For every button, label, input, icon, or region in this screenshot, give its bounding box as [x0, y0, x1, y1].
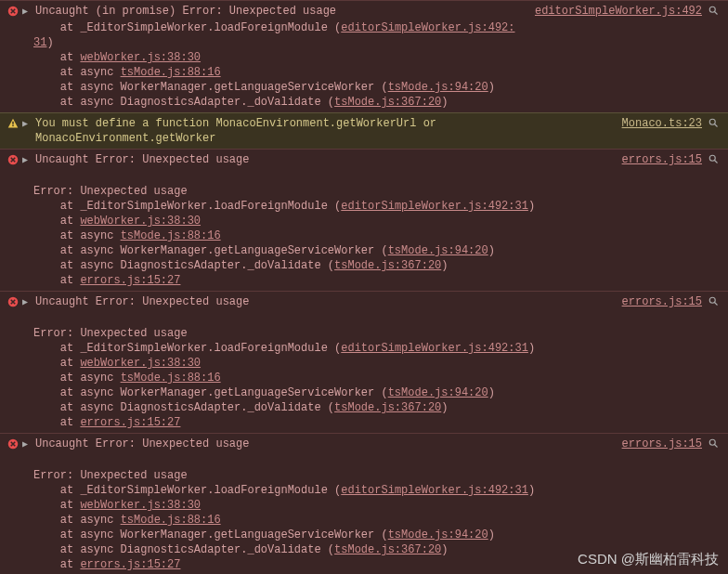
stack-frame: at async tsMode.js:88:16	[33, 371, 721, 385]
stack-frame: Error: Unexpected usage	[33, 184, 721, 199]
stack-frame: at webWorker.js:38:30	[33, 356, 721, 371]
message-text: You must define a function MonacoEnviron…	[35, 116, 618, 146]
search-icon[interactable]	[708, 153, 721, 169]
message-text: Uncaught (in promise) Error: Unexpected …	[35, 4, 531, 19]
error-icon	[7, 438, 19, 450]
stack-prefix: at async	[33, 372, 121, 385]
source-location: Monaco.ts:23	[622, 116, 704, 131]
stack-prefix: at async DiagnosticsAdapter._doValidate …	[33, 401, 334, 414]
stack-link[interactable]: tsMode.js:367:20	[334, 401, 441, 414]
stack-frame: at async WorkerManager.getLanguageServic…	[33, 385, 721, 400]
source-link[interactable]: editorSimpleWorker.js:492	[535, 5, 702, 18]
stack-link[interactable]: tsMode.js:88:16	[121, 372, 221, 385]
stack-suffix: )	[488, 386, 495, 399]
stack-frame: at _EditorSimpleWorker.loadForeignModule…	[33, 483, 721, 498]
stack-link[interactable]: webWorker.js:38:30	[80, 499, 201, 512]
error-icon	[7, 6, 19, 17]
stack-suffix: )	[488, 81, 495, 94]
stack-prefix: at async WorkerManager.getLanguageServic…	[33, 386, 388, 399]
warning-icon	[7, 118, 19, 129]
source-link[interactable]: errors.js:15	[622, 153, 702, 166]
expand-arrow-icon[interactable]: ▶	[22, 153, 32, 168]
entry-header: ▶Uncaught Error: Unexpected usageerrors.…	[7, 152, 721, 169]
stack-suffix: )	[441, 259, 448, 272]
stack-trace: Error: Unexpected usage at _EditorSimple…	[7, 184, 721, 288]
stack-frame: at async tsMode.js:88:16	[33, 65, 721, 80]
stack-link[interactable]: tsMode.js:88:16	[121, 514, 221, 527]
stack-suffix: )	[488, 528, 495, 541]
stack-link[interactable]: tsMode.js:94:20	[388, 528, 488, 541]
expand-arrow-icon[interactable]: ▶	[22, 437, 32, 452]
stack-frame: at errors.js:15:27	[33, 273, 721, 288]
stack-suffix: )	[528, 200, 535, 213]
stack-link[interactable]: tsMode.js:367:20	[334, 259, 441, 272]
stack-prefix: at _EditorSimpleWorker.loadForeignModule…	[33, 484, 341, 497]
stack-frame: at webWorker.js:38:30	[33, 214, 721, 228]
stack-prefix: at async WorkerManager.getLanguageServic…	[33, 81, 388, 94]
stack-frame: at _EditorSimpleWorker.loadForeignModule…	[33, 199, 721, 214]
stack-trace: Error: Unexpected usage at _EditorSimple…	[7, 468, 721, 572]
stack-link[interactable]: tsMode.js:94:20	[388, 244, 488, 257]
console-panel: ▶Uncaught (in promise) Error: Unexpected…	[0, 0, 728, 574]
stack-suffix: )	[528, 342, 535, 355]
source-link[interactable]: errors.js:15	[622, 295, 702, 308]
source-location: editorSimpleWorker.js:492	[535, 4, 704, 19]
entry-header: ▶You must define a function MonacoEnviro…	[7, 116, 721, 146]
stack-prefix: at async	[33, 514, 121, 527]
stack-link[interactable]: tsMode.js:367:20	[334, 543, 441, 556]
stack-trace: at _EditorSimpleWorker.loadForeignModule…	[7, 20, 721, 110]
stack-suffix: )	[441, 96, 448, 109]
search-icon[interactable]	[708, 437, 721, 453]
stack-link[interactable]: errors.js:15:27	[80, 274, 180, 287]
stack-suffix: )	[441, 401, 448, 414]
stack-link[interactable]: webWorker.js:38:30	[80, 51, 201, 64]
console-entry: ▶Uncaught (in promise) Error: Unexpected…	[0, 0, 728, 112]
stack-link[interactable]: editorSimpleWorker.js:492:31	[341, 342, 528, 355]
stack-link[interactable]: errors.js:15:27	[80, 416, 180, 429]
search-icon[interactable]	[708, 5, 721, 20]
stack-link[interactable]: editorSimpleWorker.js:492:31	[341, 484, 528, 497]
stack-suffix: )	[488, 244, 495, 257]
message-text: Uncaught Error: Unexpected usage	[35, 152, 618, 167]
source-link[interactable]: errors.js:15	[622, 437, 702, 450]
console-entry: ▶Uncaught Error: Unexpected usageerrors.…	[0, 149, 728, 291]
stack-prefix: at _EditorSimpleWorker.loadForeignModule…	[33, 21, 341, 34]
stack-prefix: at async WorkerManager.getLanguageServic…	[33, 528, 388, 541]
stack-frame: at async DiagnosticsAdapter._doValidate …	[33, 400, 721, 415]
expand-arrow-icon[interactable]: ▶	[22, 117, 32, 132]
stack-prefix: at	[33, 274, 80, 287]
stack-link[interactable]: tsMode.js:94:20	[388, 386, 488, 399]
stack-link[interactable]: tsMode.js:367:20	[334, 96, 441, 109]
stack-prefix: at async WorkerManager.getLanguageServic…	[33, 244, 388, 257]
stack-frame: at webWorker.js:38:30	[33, 498, 721, 513]
stack-prefix: at	[33, 51, 80, 64]
expand-arrow-icon[interactable]: ▶	[22, 5, 32, 20]
stack-link[interactable]: tsMode.js:94:20	[388, 81, 488, 94]
entry-header: ▶Uncaught Error: Unexpected usageerrors.…	[7, 437, 721, 453]
stack-link[interactable]: editorSimpleWorker.js:492:31	[341, 200, 528, 213]
error-icon	[7, 154, 19, 165]
search-icon[interactable]	[708, 295, 721, 311]
source-location: errors.js:15	[622, 294, 704, 309]
stack-link[interactable]: webWorker.js:38:30	[80, 357, 201, 370]
entry-header: ▶Uncaught (in promise) Error: Unexpected…	[7, 4, 721, 20]
stack-suffix: )	[528, 484, 535, 497]
search-icon[interactable]	[708, 117, 721, 133]
stack-link[interactable]: tsMode.js:88:16	[121, 229, 221, 242]
stack-link[interactable]: errors.js:15:27	[80, 558, 180, 571]
stack-frame: at async tsMode.js:88:16	[33, 228, 721, 243]
stack-prefix: at async	[33, 229, 121, 242]
stack-frame: at async WorkerManager.getLanguageServic…	[33, 528, 721, 542]
stack-suffix: )	[441, 543, 448, 556]
stack-prefix: at	[33, 499, 80, 512]
stack-frame: at async WorkerManager.getLanguageServic…	[33, 243, 721, 258]
stack-frame: at async WorkerManager.getLanguageServic…	[33, 80, 721, 95]
svg-point-6	[709, 155, 715, 161]
stack-suffix: )	[46, 36, 53, 49]
console-entry: ▶Uncaught Error: Unexpected usageerrors.…	[0, 291, 728, 433]
svg-point-4	[709, 119, 715, 124]
stack-link[interactable]: webWorker.js:38:30	[80, 215, 201, 228]
source-link[interactable]: Monaco.ts:23	[622, 117, 702, 130]
expand-arrow-icon[interactable]: ▶	[22, 295, 32, 310]
stack-link[interactable]: tsMode.js:88:16	[121, 66, 221, 79]
